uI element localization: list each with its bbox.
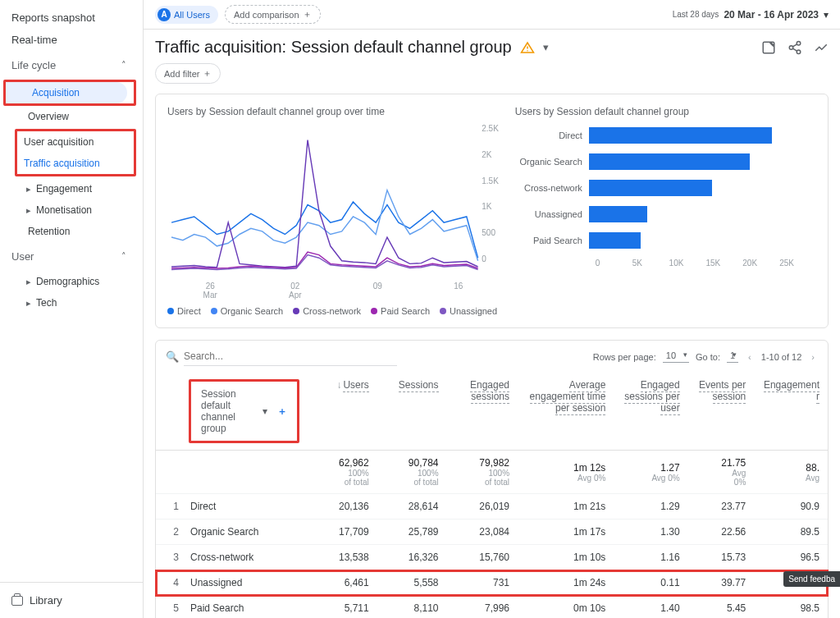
send-feedback-button[interactable]: Send feedba <box>783 571 840 587</box>
col-eng-rate[interactable]: Engagement r <box>754 373 828 451</box>
dimension-selector[interactable]: Session default channel group ▾ ＋ <box>193 383 295 439</box>
nav-tech[interactable]: ▸Tech <box>0 292 143 314</box>
chevron-right-icon: ▸ <box>26 205 31 216</box>
search-input[interactable] <box>184 347 397 366</box>
sidebar: Reports snapshot Real-time Life cycle ˄ … <box>0 0 144 618</box>
goto-label: Go to: <box>696 352 720 362</box>
nav-section-lifecycle[interactable]: Life cycle ˄ <box>0 51 143 80</box>
legend-item[interactable]: Cross-network <box>293 306 361 316</box>
svg-point-4 <box>789 45 793 49</box>
col-eng-per-user[interactable]: Engaged sessions per user <box>614 373 687 451</box>
all-users-pill[interactable]: A All Users <box>155 6 218 24</box>
col-users[interactable]: ↓Users <box>308 373 377 451</box>
nav-demographics[interactable]: ▸Demographics <box>0 271 143 292</box>
table-row[interactable]: 2Organic Search 17,70925,78923,0841m 17s… <box>156 520 828 545</box>
nav-reports-snapshot[interactable]: Reports snapshot <box>0 7 143 29</box>
table-row[interactable]: 3Cross-network 13,53816,32615,7601m 10s1… <box>156 545 828 570</box>
audience-badge: A <box>158 8 171 21</box>
legend-item[interactable]: Unassigned <box>440 306 497 316</box>
line-chart-title: Users by Session default channel group o… <box>167 106 499 117</box>
bar-chart-panel: Users by Session default channel group D… <box>515 106 816 316</box>
bar-row: Unassigned <box>515 206 816 222</box>
legend-item[interactable]: Organic Search <box>211 306 283 316</box>
filter-row: Add filter ＋ <box>144 60 840 94</box>
folder-icon <box>11 596 23 606</box>
nav-user-acquisition[interactable]: User acquisition <box>17 131 134 153</box>
nav-monetisation[interactable]: ▸Monetisation <box>0 199 143 221</box>
col-engaged-sessions[interactable]: Engaged sessions <box>447 373 518 451</box>
data-table: Session default channel group ▾ ＋ ↓Users… <box>156 373 828 618</box>
date-range-value: 20 Mar - 16 Apr 2023 <box>724 9 819 21</box>
chart-legend: DirectOrganic SearchCross-networkPaid Se… <box>167 306 499 316</box>
plus-icon: ＋ <box>203 67 212 80</box>
col-events-per-session[interactable]: Events per session <box>688 373 755 451</box>
legend-item[interactable]: Paid Search <box>371 306 430 316</box>
plus-icon: ＋ <box>303 8 312 21</box>
next-page-button[interactable]: › <box>808 352 818 362</box>
nav-realtime[interactable]: Real-time <box>0 29 143 51</box>
main: A All Users Add comparison ＋ Last 28 day… <box>144 0 840 618</box>
col-avg-eng-time[interactable]: Average engagement time per session <box>518 373 614 451</box>
table-row[interactable]: 1Direct 20,13628,61426,0191m 21s1.2923.7… <box>156 494 828 520</box>
line-chart-panel: Users by Session default channel group o… <box>167 106 499 316</box>
chevron-down-icon: ▾ <box>824 9 829 21</box>
search-icon: 🔍 <box>166 350 179 363</box>
page-range: 1-10 of 12 <box>761 352 802 362</box>
customize-icon[interactable] <box>761 40 776 55</box>
insights-icon[interactable] <box>814 40 829 55</box>
table-row[interactable]: 5Paid Search 5,7118,1107,9960m 10s1.405.… <box>156 596 828 619</box>
chevron-up-icon: ˄ <box>121 60 126 71</box>
bar-row: Organic Search <box>515 153 816 170</box>
svg-point-1 <box>527 50 528 52</box>
add-dimension-button[interactable]: ＋ <box>277 405 287 419</box>
legend-item[interactable]: Direct <box>167 306 201 316</box>
date-range-label: Last 28 days <box>673 10 719 19</box>
bar-chart-title: Users by Session default channel group <box>515 106 816 117</box>
table-card: 🔍 Rows per page: 10 Go to: 1 ‹ 1-10 of 1… <box>155 340 829 618</box>
table-row[interactable]: 4Unassigned 6,4615,5587311m 24s0.1139.77… <box>156 570 828 596</box>
line-chart: 2.5K2K1.5K1K5000 <box>167 124 499 280</box>
table-toolbar: 🔍 Rows per page: 10 Go to: 1 ‹ 1-10 of 1… <box>156 341 828 373</box>
pager: Rows per page: 10 Go to: 1 ‹ 1-10 of 12 … <box>593 350 818 363</box>
sort-desc-icon: ↓ <box>336 379 341 391</box>
chevron-right-icon: ▸ <box>26 298 31 309</box>
svg-line-6 <box>792 43 797 46</box>
svg-point-3 <box>797 41 801 45</box>
topbar: A All Users Add comparison ＋ Last 28 day… <box>144 0 840 30</box>
nav-retention[interactable]: Retention <box>0 221 143 242</box>
date-range-picker[interactable]: Last 28 days 20 Mar - 16 Apr 2023 ▾ <box>673 9 829 21</box>
nav-acquisition[interactable]: Acquisition <box>6 82 127 103</box>
nav-section-user[interactable]: User ˄ <box>0 242 143 271</box>
action-icons <box>761 40 829 55</box>
chevron-down-icon[interactable]: ▾ <box>543 41 549 53</box>
charts-card: Users by Session default channel group o… <box>155 94 829 328</box>
chevron-down-icon: ▾ <box>262 405 267 417</box>
share-icon[interactable] <box>788 40 802 55</box>
warning-icon[interactable] <box>520 41 535 54</box>
nav-library[interactable]: Library <box>0 582 143 618</box>
nav-overview[interactable]: Overview <box>0 106 143 127</box>
bar-row: Cross-network <box>515 180 816 196</box>
chevron-up-icon: ˄ <box>121 251 126 262</box>
svg-point-5 <box>797 50 801 54</box>
bar-row: Direct <box>515 127 816 144</box>
bar-row: Paid Search <box>515 232 816 249</box>
rows-per-page-select[interactable]: 10 <box>663 350 689 363</box>
chevron-right-icon: ▸ <box>26 277 31 287</box>
add-comparison-button[interactable]: Add comparison ＋ <box>225 5 321 24</box>
totals-row: 62,962100% of total 90,784100% of total … <box>156 451 828 494</box>
chevron-right-icon: ▸ <box>26 184 31 195</box>
prev-page-button[interactable]: ‹ <box>745 352 755 362</box>
goto-input[interactable]: 1 <box>727 350 738 363</box>
rows-per-page-label: Rows per page: <box>593 352 656 362</box>
page-title: Traffic acquisition: Session default cha… <box>155 38 512 57</box>
nav-engagement[interactable]: ▸Engagement <box>0 178 143 199</box>
lifecycle-label: Life cycle <box>11 59 56 71</box>
svg-line-7 <box>792 48 797 51</box>
user-label: User <box>11 250 34 263</box>
add-filter-button[interactable]: Add filter ＋ <box>155 63 221 84</box>
page-heading-row: Traffic acquisition: Session default cha… <box>144 30 840 60</box>
bar-chart: DirectOrganic SearchCross-networkUnassig… <box>515 124 816 249</box>
col-sessions[interactable]: Sessions <box>377 373 447 451</box>
nav-traffic-acquisition[interactable]: Traffic acquisition <box>17 153 134 174</box>
